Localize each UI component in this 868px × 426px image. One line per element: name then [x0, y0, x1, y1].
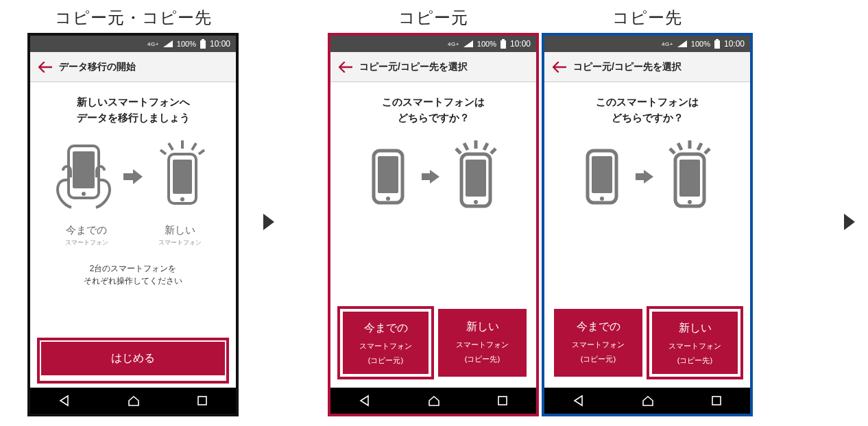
nav-recent-icon[interactable]	[711, 395, 722, 406]
svg-rect-34	[679, 160, 700, 197]
back-button[interactable]	[339, 62, 352, 73]
old-label-1: 今までの	[49, 224, 124, 237]
android-nav-bar	[330, 388, 536, 414]
choice-new-l2: スマートフォン	[668, 341, 721, 351]
clock: 10:00	[724, 39, 745, 49]
svg-point-7	[180, 197, 184, 201]
new-phone-icon	[449, 139, 503, 214]
svg-line-10	[192, 143, 196, 150]
arrow-right-icon	[636, 170, 653, 184]
screen-body-select: このスマートフォンは どちらですか？ 今までの スマートフォン (コピー元)	[544, 82, 750, 388]
back-button[interactable]	[553, 62, 566, 73]
choice-new-phone[interactable]: 新しい スマートフォン (コピー先)	[649, 309, 740, 377]
back-button[interactable]	[38, 62, 52, 73]
signal-icon	[463, 40, 473, 47]
choice-new-l2: スマートフォン	[456, 340, 509, 350]
svg-line-40	[705, 149, 710, 153]
signal-icon	[163, 40, 173, 47]
signal-icon	[677, 40, 687, 47]
android-nav-bar	[30, 388, 236, 414]
network-label: 4G+	[147, 41, 159, 47]
battery-icon	[714, 39, 720, 49]
svg-rect-1	[202, 39, 204, 40]
caption-source: コピー元	[398, 7, 468, 29]
choice-old-l1: 今までの	[577, 320, 620, 334]
lead-text: 新しいスマートフォンへ データを移行しましょう	[77, 95, 190, 125]
svg-rect-29	[716, 39, 719, 40]
svg-line-26	[491, 149, 496, 153]
svg-line-25	[456, 149, 461, 153]
choice-new-l1: 新しい	[466, 320, 499, 334]
choice-old-l2: スマートフォン	[359, 341, 412, 351]
phone-frame-both: 4G+ 100% 10:00 データ移行の開始 新しいスマートフォンへ データ	[27, 33, 239, 416]
choice-old-l1: 今までの	[364, 321, 408, 336]
status-bar: 4G+ 100% 10:00	[544, 36, 750, 52]
battery-icon	[200, 39, 206, 49]
choice-new-phone[interactable]: 新しい スマートフォン (コピー先)	[438, 309, 527, 377]
svg-point-18	[386, 197, 390, 201]
step-arrow-icon	[263, 214, 274, 230]
battery-pct: 100%	[691, 40, 710, 48]
nav-home-icon[interactable]	[428, 394, 440, 407]
svg-line-12	[199, 150, 204, 154]
svg-rect-0	[200, 40, 206, 49]
illustration-row	[53, 139, 213, 214]
nav-back-icon[interactable]	[58, 394, 71, 407]
battery-pct: 100%	[477, 40, 496, 48]
svg-rect-41	[712, 397, 721, 405]
svg-rect-27	[498, 397, 507, 405]
phone-frame-destination: 4G+ 100% 10:00 コピー元/コピー先を選択 このスマートフォンは ど…	[542, 33, 753, 416]
svg-line-9	[169, 143, 173, 150]
svg-line-23	[464, 143, 468, 150]
choice-old-l3: (コピー元)	[581, 354, 616, 364]
nav-back-icon[interactable]	[359, 394, 371, 407]
network-label: 4G+	[662, 41, 673, 47]
nav-home-icon[interactable]	[642, 394, 654, 407]
svg-rect-28	[714, 40, 720, 49]
choice-new-l3: (コピー先)	[465, 354, 500, 364]
new-phone-icon	[663, 139, 716, 214]
nav-home-icon[interactable]	[128, 394, 140, 407]
app-header: コピー元/コピー先を選択	[544, 52, 750, 82]
svg-line-11	[160, 150, 166, 154]
svg-rect-6	[173, 160, 192, 194]
old-label-2: スマートフォン	[49, 238, 124, 247]
illustration-labels: 今までの スマートフォン 新しい スマートフォン	[40, 224, 226, 247]
svg-line-38	[698, 143, 701, 150]
screen-body-start: 新しいスマートフォンへ データを移行しましょう	[30, 82, 236, 388]
svg-rect-14	[501, 40, 506, 49]
arrow-right-icon	[123, 169, 143, 184]
note-text: 2台のスマートフォンを それぞれ操作してください	[84, 262, 182, 287]
clock: 10:00	[210, 39, 230, 49]
old-phone-icon	[364, 142, 412, 211]
choice-row: 今までの スマートフォン (コピー元) 新しい スマートフォン (コピー先)	[340, 309, 527, 381]
choice-row: 今までの スマートフォン (コピー元) 新しい スマートフォン (コピー先)	[554, 309, 740, 381]
nav-recent-icon[interactable]	[197, 395, 208, 406]
status-bar: 4G+ 100% 10:00	[30, 36, 236, 52]
choice-old-phone[interactable]: 今までの スマートフォン (コピー元)	[340, 309, 431, 377]
svg-point-32	[600, 197, 604, 201]
lead-text: このスマートフォンは どちらですか？	[596, 95, 699, 125]
caption-both: コピー元・コピー先	[55, 7, 212, 29]
caption-destination: コピー先	[612, 7, 682, 29]
choice-old-l2: スマートフォン	[572, 340, 625, 350]
illustration-row	[578, 139, 716, 214]
svg-line-24	[484, 143, 487, 150]
nav-back-icon[interactable]	[572, 394, 585, 407]
old-phone-icon	[53, 139, 114, 214]
android-nav-bar	[544, 388, 750, 414]
nav-recent-icon[interactable]	[497, 395, 508, 406]
header-title: コピー元/コピー先を選択	[573, 61, 682, 73]
choice-new-l1: 新しい	[679, 321, 712, 336]
svg-rect-15	[502, 39, 505, 40]
svg-point-21	[474, 200, 478, 204]
svg-rect-3	[73, 151, 95, 188]
lead-text: このスマートフォンは どちらですか？	[382, 95, 485, 125]
start-button[interactable]: はじめる	[40, 340, 226, 377]
new-phone-icon	[152, 139, 213, 214]
choice-new-l3: (コピー先)	[677, 355, 712, 366]
battery-pct: 100%	[177, 40, 196, 48]
choice-old-l3: (コピー元)	[368, 355, 403, 366]
choice-old-phone[interactable]: 今までの スマートフォン (コピー元)	[554, 309, 642, 377]
svg-rect-13	[198, 397, 206, 405]
